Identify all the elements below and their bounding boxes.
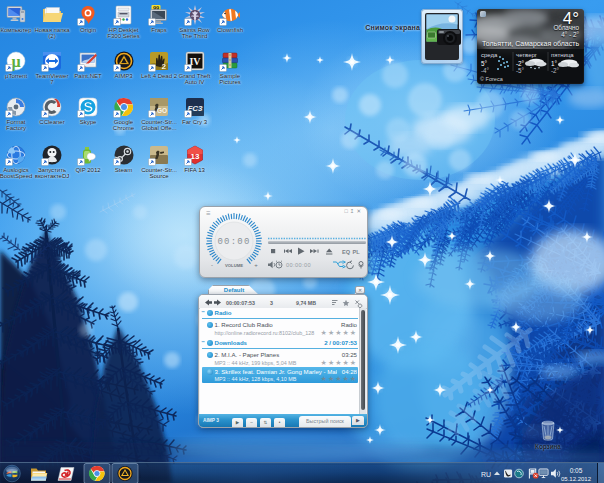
svg-text:PL: PL bbox=[353, 249, 361, 255]
svg-text:3: 3 bbox=[270, 300, 273, 306]
svg-text:-: - bbox=[211, 262, 213, 268]
svg-text:RU: RU bbox=[481, 471, 491, 478]
svg-text:2: 2 bbox=[162, 61, 167, 70]
svg-text:9,74 MB: 9,74 MB bbox=[296, 300, 316, 306]
svg-text:0:05: 0:05 bbox=[570, 467, 583, 474]
svg-text:00:00:00: 00:00:00 bbox=[286, 262, 311, 268]
svg-text:EQ: EQ bbox=[342, 249, 351, 255]
svg-text:00:00: 00:00 bbox=[217, 237, 250, 247]
svg-text:VOLUME: VOLUME bbox=[225, 263, 243, 268]
svg-text:00:00:07:53: 00:00:07:53 bbox=[226, 300, 255, 306]
svg-text:13: 13 bbox=[190, 152, 199, 161]
svg-text:+: + bbox=[254, 262, 258, 268]
svg-text:05.12.2012: 05.12.2012 bbox=[561, 476, 592, 482]
svg-text:µ: µ bbox=[11, 52, 20, 70]
svg-text:GO: GO bbox=[157, 106, 167, 113]
